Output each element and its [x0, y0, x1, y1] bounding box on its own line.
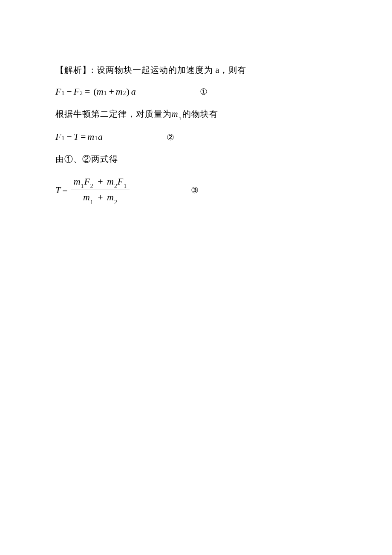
analysis-line-2: 根据牛顿第二定律，对质量为m1的物块有 [55, 108, 337, 121]
line2-m: m [172, 109, 178, 119]
eq1-minus: − [66, 85, 72, 98]
equation-3-body: T = m1F2 + m2F1 m1 + m2 [55, 174, 131, 206]
analysis-prefix: 【解析】: [55, 65, 94, 75]
eq3-plus-n: + [98, 176, 103, 187]
eq1-eq: = [85, 85, 90, 98]
eq3-den-m1: m [83, 192, 90, 202]
eq2-m1-sub: 1 [95, 134, 98, 142]
eq1-a: a [131, 85, 136, 98]
eq3-num-F1-sub: 1 [124, 183, 127, 189]
eq2-F1-sub: 1 [61, 134, 64, 142]
eq1-plus: + [109, 85, 114, 98]
equation-2: F1 − T = m1 a ② [55, 130, 337, 144]
eq2-label: ② [167, 131, 174, 143]
eq3-num-m2-sub: 2 [114, 183, 117, 189]
line2-prefix: 根据牛顿第二定律，对质量为 [55, 109, 172, 119]
equation-3: T = m1F2 + m2F1 m1 + m2 ③ [55, 174, 337, 206]
eq1-lparen: ( [93, 85, 96, 98]
eq1-rparen: ) [127, 85, 130, 98]
eq3-num-m2: m [107, 176, 114, 187]
eq3-num-m1: m [74, 176, 81, 187]
eq1-F2: F [74, 85, 79, 98]
eq3-T: T [55, 184, 61, 197]
eq1-m1: m [97, 85, 104, 98]
eq3-num-F2-sub: 2 [90, 183, 93, 189]
eq3-numerator: m1F2 + m2F1 [71, 174, 130, 190]
line3-text: 由①、②两式得 [55, 154, 118, 164]
line2-m-sub: 1 [179, 116, 182, 121]
analysis-text-1: 设两物块一起运动的加速度为 a，则有 [97, 65, 247, 75]
eq3-denominator: m1 + m2 [81, 190, 120, 205]
eq3-num-m1-sub: 1 [81, 183, 84, 189]
eq3-den-m2: m [107, 192, 114, 202]
eq1-F1-sub: 1 [61, 89, 64, 97]
eq1-m1-sub: 1 [104, 89, 107, 97]
equation-1: F1 − F2 = ( m1 + m2 ) a ① [55, 85, 337, 98]
equation-1-body: F1 − F2 = ( m1 + m2 ) a [55, 85, 136, 98]
eq3-num-F2: F [84, 176, 89, 187]
eq1-m2-sub: 2 [123, 89, 126, 97]
eq1-m2: m [116, 85, 123, 98]
analysis-line-3: 由①、②两式得 [55, 153, 337, 165]
eq2-F1: F [55, 130, 61, 144]
eq3-fraction: m1F2 + m2F1 m1 + m2 [71, 174, 130, 206]
eq3-plus-d: + [98, 192, 103, 202]
eq2-minus: − [66, 130, 72, 144]
eq2-a: a [98, 130, 103, 144]
eq2-T: T [74, 130, 79, 144]
eq3-eq: = [62, 184, 67, 197]
analysis-line-1: 【解析】: 设两物块一起运动的加速度为 a，则有 [55, 64, 337, 76]
eq1-F2-sub: 2 [80, 89, 83, 97]
eq2-eq: = [81, 130, 86, 144]
eq3-label: ③ [191, 184, 199, 196]
eq2-m1: m [87, 130, 94, 144]
eq3-num-F1: F [118, 176, 123, 187]
eq1-label: ① [200, 86, 208, 98]
eq3-den-m1-sub: 1 [90, 199, 93, 205]
equation-2-body: F1 − T = m1 a [55, 130, 103, 144]
eq3-den-m2-sub: 2 [114, 199, 117, 205]
eq1-F1: F [55, 85, 61, 98]
line2-suffix: 的物块有 [182, 109, 218, 119]
